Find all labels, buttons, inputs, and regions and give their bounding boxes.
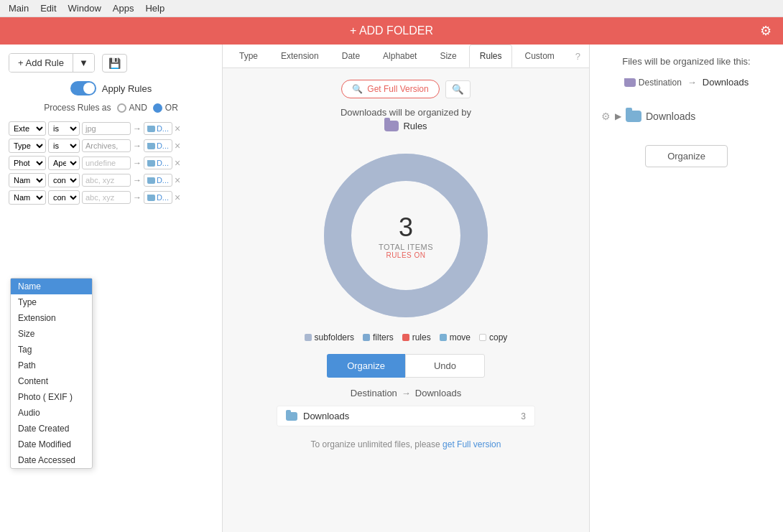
rule-row-0: Exte is → D... × [9,121,213,136]
legend-dot-filters [363,334,370,341]
menu-apps[interactable]: Apps [113,3,134,14]
left-panel: + Add Rule ▼ 💾 Apply Rules Process Rules… [0,45,223,532]
donut-sub-label: RULES ON [379,251,433,259]
dropdown-item-content[interactable]: Content [11,373,92,389]
rule-delete-4[interactable]: × [175,192,180,203]
rule-row-2: Phot Aper → D... × [9,156,213,170]
rule-field-3[interactable]: Nam [9,173,46,187]
rule-op-0[interactable]: is [48,121,80,136]
tab-help[interactable]: ? [568,47,588,66]
rule-field-2[interactable]: Phot [9,156,46,170]
search-outline-button[interactable]: 🔍 [445,80,471,98]
or-radio[interactable]: OR [153,103,178,113]
or-label: OR [165,103,178,113]
save-button[interactable]: 💾 [102,54,127,73]
organized-by-rules: Rules [384,121,427,131]
add-rule-button[interactable]: + Add Rule ▼ [9,53,95,73]
action-buttons: Organize Undo [327,354,485,378]
rule-delete-0[interactable]: × [175,123,180,134]
rule-op-4[interactable]: cont [48,190,80,205]
rule-value-3[interactable] [82,174,131,187]
folder-icon [147,143,155,149]
dropdown-item-extension[interactable]: Extension [11,310,92,326]
file-list-item-0[interactable]: Downloads 3 [277,406,535,426]
tab-size[interactable]: Size [429,45,467,67]
dropdown-item-type[interactable]: Type [11,294,92,310]
add-rule-dropdown-arrow[interactable]: ▼ [73,54,94,72]
apply-rules-row: Apply Rules [9,81,213,95]
rule-field-4[interactable]: Nam [9,190,46,205]
dropdown-item-date-modified[interactable]: Date Modified [11,437,92,452]
right-folder-tree: ⚙ ▶ Downloads [601,102,772,131]
organize-right-button[interactable]: Organize [645,145,728,167]
menu-window[interactable]: Window [68,3,101,14]
rule-field-0[interactable]: Exte [9,121,46,136]
tab-alphabet[interactable]: Alphabet [372,45,427,67]
tab-extension[interactable]: Extension [270,45,330,67]
dropdown-item-path[interactable]: Path [11,358,92,373]
rule-value-0[interactable] [82,122,131,135]
and-radio-circle [117,103,126,113]
destination-bar: Destination → Downloads [351,388,461,398]
chart-legend: subfolders filters rules move copy [305,332,508,342]
donut-chart: 3 TOTAL ITEMS RULES ON [316,146,496,325]
donut-total-label: TOTAL ITEMS [379,243,433,251]
dropdown-item-audio[interactable]: Audio [11,405,92,421]
rule-dest-1[interactable]: D... [144,139,172,152]
rule-delete-2[interactable]: × [175,157,180,169]
left-panel-top: + Add Rule ▼ 💾 [9,53,213,73]
settings-icon[interactable]: ⚙ [760,23,772,39]
menu-main[interactable]: Main [9,3,29,14]
menubar: Main Edit Window Apps Help [0,0,783,17]
process-rules-text: Process Rules as [44,103,111,113]
rule-op-1[interactable]: is [48,139,80,153]
menu-help[interactable]: Help [145,3,165,14]
full-version-link[interactable]: get Full version [443,439,501,449]
rule-value-2[interactable] [82,157,131,169]
tab-date[interactable]: Date [331,45,371,67]
gear-icon[interactable]: ⚙ [601,111,611,122]
apply-rules-label: Apply Rules [102,83,152,94]
tab-type[interactable]: Type [228,45,269,67]
dropdown-item-size[interactable]: Size [11,326,92,342]
legend-label-filters: filters [373,332,394,342]
dropdown-item-tag[interactable]: Tag [11,342,92,358]
rule-dest-0[interactable]: D... [144,122,172,135]
rule-value-1[interactable] [82,139,131,152]
path-from-label: Destination [639,78,682,88]
organized-by-prefix: Downloads will be organized by [340,107,471,118]
center-content: 🔍 Get Full Version 🔍 Downloads will be o… [223,68,589,461]
dropdown-item-date-created[interactable]: Date Created [11,421,92,437]
rule-op-3[interactable]: cont [48,173,80,187]
chevron-right-icon[interactable]: ▶ [615,111,621,121]
add-folder-button[interactable]: + ADD FOLDER [350,24,433,37]
rule-dest-4[interactable]: D... [144,191,172,204]
path-from-icon [624,78,636,87]
rule-delete-3[interactable]: × [175,174,180,186]
rule-dest-2[interactable]: D... [144,157,172,169]
undo-button[interactable]: Undo [405,354,485,378]
apply-rules-toggle[interactable] [70,81,96,95]
rule-row-4: Nam cont → D... × [9,190,213,205]
rule-dest-3[interactable]: D... [144,174,172,187]
and-radio[interactable]: AND [117,103,147,113]
dropdown-item-date-accessed[interactable]: Date Accessed [11,452,92,468]
get-full-version-button[interactable]: 🔍 Get Full Version [341,80,439,98]
legend-copy: copy [479,332,507,342]
dropdown-item-photo-exif[interactable]: Photo ( EXIF ) [11,389,92,405]
rule-arrow-3: → [133,175,142,185]
tab-rules[interactable]: Rules [469,45,513,67]
organize-button[interactable]: Organize [327,354,405,378]
legend-label-copy: copy [489,332,507,342]
rule-delete-1[interactable]: × [175,140,180,151]
tab-custom[interactable]: Custom [514,45,565,67]
downloads-folder-name: Downloads [646,111,695,122]
center-panel: Type Extension Date Alphabet Size Rules … [223,45,589,532]
menu-edit[interactable]: Edit [40,3,56,14]
dropdown-item-name[interactable]: Name [11,279,92,294]
rule-op-2[interactable]: Aper [48,156,80,170]
rule-field-1[interactable]: Type [9,139,46,153]
folder-icon [147,195,155,201]
rule-value-4[interactable] [82,191,131,204]
rules-folder-icon [384,121,399,131]
